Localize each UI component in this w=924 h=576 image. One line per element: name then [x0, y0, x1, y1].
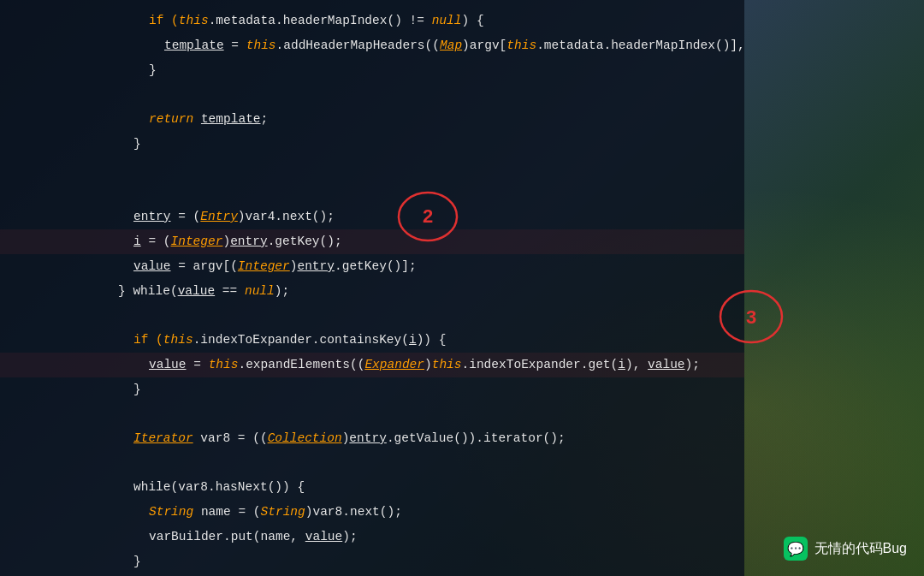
code-line [0, 451, 744, 475]
code-panel: if (this.metadata.headerMapIndex() != nu… [0, 0, 744, 576]
code-line: value = this.expandElements((Expander)th… [0, 353, 744, 377]
code-line: while(var8.hasNext()) { [0, 475, 744, 500]
code-line [0, 181, 744, 205]
code-line [0, 157, 744, 181]
wechat-icon: 💬 [784, 537, 808, 561]
code-line: return template; [0, 107, 744, 132]
code-line [0, 402, 744, 426]
watermark-badge: 💬 无情的代码Bug [784, 537, 907, 561]
code-line: if (this.indexToExpander.containsKey(i))… [0, 328, 744, 353]
code-line [0, 304, 744, 328]
code-line: i = (Integer)entry.getKey(); [0, 229, 744, 254]
code-line: } [0, 132, 744, 157]
code-line: varBuilder.put(name, value); [0, 525, 744, 549]
code-line: } [0, 549, 744, 574]
code-line: template = this.addHeaderMapHeaders((Map… [0, 33, 744, 58]
code-line: String name = (String)var8.next(); [0, 500, 744, 525]
code-line: } [0, 377, 744, 402]
code-line: if (this.metadata.headerMapIndex() != nu… [0, 9, 744, 33]
code-line: } [0, 58, 744, 83]
code-line [0, 83, 744, 107]
watermark-text: 无情的代码Bug [814, 540, 907, 558]
code-line: value = argv[(Integer)entry.getKey()]; [0, 254, 744, 279]
code-line: Iterator var8 = ((Collection)entry.getVa… [0, 426, 744, 451]
code-line: } while(value == null); [0, 279, 744, 304]
code-line: entry = (Entry)var4.next(); [0, 205, 744, 229]
